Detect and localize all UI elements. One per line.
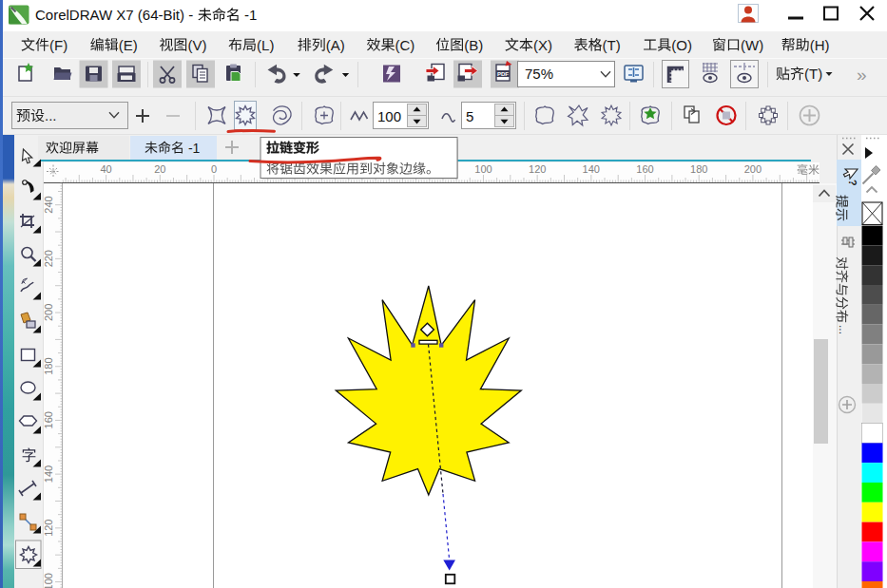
svg-text:240: 240: [43, 196, 54, 213]
svg-text:75%: 75%: [525, 66, 553, 82]
svg-text:100: 100: [377, 108, 401, 124]
svg-text:160: 160: [636, 163, 653, 175]
svg-text:-1: -1: [241, 7, 258, 23]
svg-text:220: 220: [43, 250, 54, 267]
svg-text:(X): (X): [533, 37, 552, 53]
svg-text:...: ...: [837, 325, 850, 334]
svg-text:PDF: PDF: [497, 71, 509, 77]
svg-text:CorelDRAW X7 (64-Bit) -: CorelDRAW X7 (64-Bit) -: [35, 7, 197, 23]
svg-text:200: 200: [744, 163, 762, 175]
svg-text:140: 140: [43, 465, 54, 483]
svg-text:(O): (O): [671, 37, 692, 53]
svg-text:5: 5: [466, 108, 473, 124]
svg-text:(B): (B): [464, 37, 483, 53]
svg-text:100: 100: [474, 163, 492, 175]
svg-text:120: 120: [529, 163, 546, 175]
svg-text:160: 160: [43, 411, 54, 428]
svg-text:...: ...: [45, 107, 57, 123]
svg-text:100: 100: [43, 573, 54, 588]
svg-text:(L): (L): [257, 37, 274, 53]
svg-text:-1: -1: [184, 141, 201, 156]
svg-text:(A): (A): [326, 37, 345, 53]
svg-text:(H): (H): [810, 37, 830, 53]
svg-text:180: 180: [43, 357, 54, 374]
svg-text:(V): (V): [187, 37, 206, 53]
svg-text:?: ?: [847, 180, 858, 186]
svg-text:(T): (T): [804, 66, 822, 82]
svg-text:(F): (F): [49, 37, 67, 53]
svg-text:(C): (C): [395, 37, 415, 53]
svg-text:0: 0: [211, 163, 217, 175]
svg-text:(E): (E): [119, 37, 138, 53]
svg-text:(W): (W): [741, 37, 763, 53]
svg-text:140: 140: [583, 163, 600, 175]
svg-text:20: 20: [154, 163, 165, 175]
svg-text:200: 200: [43, 304, 54, 321]
svg-text:180: 180: [690, 163, 707, 175]
svg-text:»: »: [857, 65, 867, 85]
svg-text:40: 40: [100, 163, 111, 175]
svg-text:120: 120: [43, 520, 54, 537]
svg-text:(T): (T): [603, 37, 621, 53]
